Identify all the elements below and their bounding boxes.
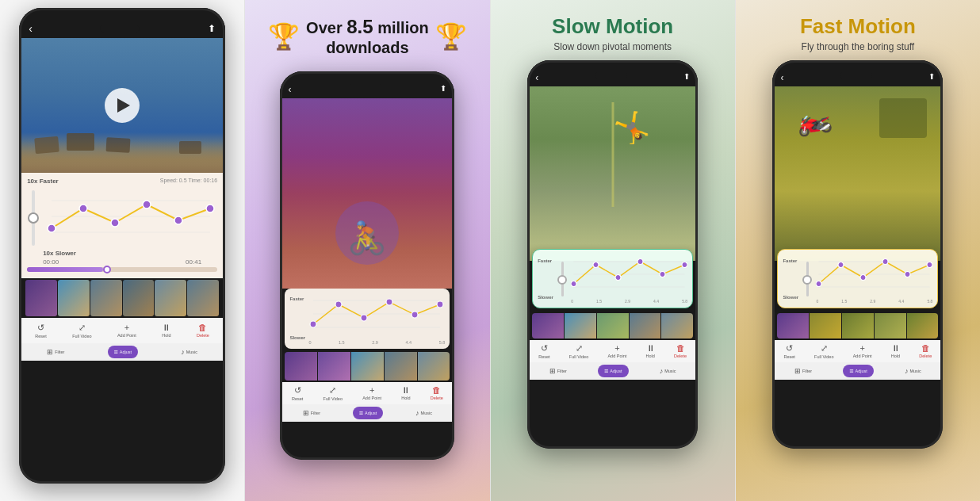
controls-bar: ↺ Reset ⤢ Full Video + Add Point ⏸ Hold …: [19, 318, 225, 343]
reset-4[interactable]: ↺Reset: [783, 343, 794, 359]
delete-4[interactable]: 🗑Delete: [919, 343, 932, 359]
svg-point-14: [361, 315, 367, 321]
speed-graph: [44, 193, 217, 240]
tab-music[interactable]: ♪ Music: [174, 346, 204, 358]
full-video-control[interactable]: ⤢ Full Video: [72, 323, 91, 338]
phone-mockup-4: ‹ ⬆ 🏍️ Faster Slower: [772, 60, 943, 449]
tab-adjust[interactable]: ≡ Adjust: [108, 346, 139, 358]
svg-point-34: [905, 272, 910, 277]
tab-music-2[interactable]: ♪Music: [409, 407, 438, 419]
back-icon-4[interactable]: ‹: [780, 72, 783, 83]
tab-filter-3[interactable]: ⊞Filter: [543, 365, 573, 377]
tab-bar-4: ⊞Filter ≡Adjust ♪Music: [772, 362, 943, 380]
notch: [100, 25, 140, 33]
graph-panel-2: Faster Slower: [285, 289, 450, 349]
graph-slower-2: Slower: [289, 335, 305, 340]
svg-point-7: [174, 216, 182, 224]
downloads-headline: Over 8.5 million: [306, 16, 429, 39]
svg-point-8: [206, 205, 214, 212]
tab-adjust-4[interactable]: ≡Adjust: [843, 365, 874, 377]
svg-point-26: [682, 262, 687, 268]
phone-mockup-2: ‹ ⬆ 🚴 Faster Slower: [280, 71, 454, 460]
add-point-control[interactable]: + Add Point: [117, 323, 136, 338]
hold-4[interactable]: ⏸Hold: [891, 343, 900, 359]
fast-motion-title: Fast Motion: [748, 14, 967, 39]
share-icon-2[interactable]: ⬆: [440, 84, 446, 95]
svg-point-12: [310, 321, 316, 327]
controls-bar-3: ↺Reset ⤢Full Video +Add Point ⏸Hold 🗑Del…: [527, 340, 698, 362]
svg-point-32: [860, 275, 866, 281]
delete-3[interactable]: 🗑Delete: [674, 343, 687, 359]
delete-2[interactable]: 🗑Delete: [431, 385, 443, 401]
hold-2[interactable]: ⏸Hold: [401, 385, 410, 401]
downloads-subtext: downloads: [306, 39, 429, 57]
panel-downloads: 🏆 Over 8.5 million downloads 🏆 ‹ ⬆: [245, 0, 489, 501]
svg-point-23: [615, 275, 621, 281]
slow-motion-subtitle: Slow down pivotal moments: [503, 41, 722, 52]
reset-2[interactable]: ↺Reset: [292, 385, 303, 401]
play-button[interactable]: [105, 88, 140, 123]
add-point-3[interactable]: +Add Point: [607, 343, 626, 359]
time-end: 00:41: [186, 258, 201, 266]
reset-3[interactable]: ↺Reset: [538, 343, 549, 359]
video-area-bike: 🚴: [280, 98, 454, 289]
svg-point-15: [386, 299, 392, 305]
svg-point-35: [927, 262, 932, 268]
speed-graph-3: [571, 254, 687, 295]
back-icon[interactable]: ‹: [29, 22, 33, 35]
controls-bar-2: ↺Reset ⤢Full Video +Add Point ⏸Hold 🗑Del…: [280, 382, 454, 404]
tab-bar-2: ⊞Filter ≡Adjust ♪Music: [280, 404, 454, 422]
full-video-2[interactable]: ⤢Full Video: [323, 385, 343, 401]
delete-control[interactable]: 🗑 Delete: [197, 323, 209, 338]
reset-control[interactable]: ↺ Reset: [35, 323, 46, 338]
award-container: 🏆 Over 8.5 million downloads 🏆: [258, 16, 477, 57]
fast-motion-subtitle: Fly through the boring stuff: [748, 41, 967, 52]
hold-3[interactable]: ⏸Hold: [646, 343, 655, 359]
video-area-fast: 🏍️: [772, 86, 943, 261]
tab-bar: ⊞ Filter ≡ Adjust ♪ Music: [19, 343, 225, 361]
svg-point-21: [571, 281, 576, 287]
panel-fast-motion: Fast Motion Fly through the boring stuff…: [736, 0, 980, 501]
add-point-2[interactable]: +Add Point: [362, 385, 381, 401]
svg-point-33: [882, 259, 888, 265]
laurel-left: 🏆: [268, 21, 300, 52]
video-area-jump: 🤸: [527, 86, 698, 261]
svg-point-17: [437, 301, 443, 308]
tab-music-4[interactable]: ♪Music: [898, 365, 928, 377]
video-area-surf: [19, 38, 225, 173]
svg-point-6: [143, 201, 151, 208]
time-start: 00:00: [43, 258, 59, 266]
laurel-right: 🏆: [435, 21, 467, 52]
panel-slow-motion: Slow Motion Slow down pivotal moments ‹ …: [491, 0, 735, 501]
tab-adjust-2[interactable]: ≡Adjust: [353, 407, 384, 419]
svg-point-24: [637, 259, 643, 265]
phone-mockup-3: ‹ ⬆ 🤸 Faster Slower: [527, 60, 698, 449]
share-icon-3[interactable]: ⬆: [683, 72, 690, 83]
tab-filter[interactable]: ⊞ Filter: [40, 346, 71, 358]
svg-point-22: [593, 262, 599, 268]
svg-point-31: [838, 262, 844, 268]
svg-point-25: [660, 272, 665, 277]
back-icon-3[interactable]: ‹: [535, 72, 538, 83]
tab-music-3[interactable]: ♪Music: [653, 365, 683, 377]
phone-mockup-1: ‹ ⬆ 10x Faster: [19, 8, 225, 484]
tab-bar-3: ⊞Filter ≡Adjust ♪Music: [527, 362, 698, 380]
tab-filter-2[interactable]: ⊞Filter: [297, 407, 327, 419]
svg-point-5: [111, 219, 119, 227]
panel-app-demo: ‹ ⬆ 10x Faster: [0, 0, 244, 501]
tab-adjust-3[interactable]: ≡Adjust: [598, 365, 629, 377]
speed-info: Speed: 0.5 Time: 00:16: [160, 178, 217, 185]
speed-label-slower: 10x Slower: [43, 250, 76, 257]
svg-point-4: [79, 205, 87, 212]
full-video-3[interactable]: ⤢Full Video: [569, 343, 588, 359]
tab-filter-4[interactable]: ⊞Filter: [788, 365, 818, 377]
back-icon-2[interactable]: ‹: [288, 84, 291, 95]
hold-control[interactable]: ⏸ Hold: [162, 323, 170, 338]
svg-point-16: [412, 312, 418, 318]
speed-label-faster: 10x Faster: [27, 178, 59, 185]
add-point-4[interactable]: +Add Point: [853, 343, 872, 359]
share-icon[interactable]: ⬆: [208, 23, 216, 34]
full-video-4[interactable]: ⤢Full Video: [814, 343, 833, 359]
share-icon-4[interactable]: ⬆: [928, 72, 935, 83]
svg-point-13: [335, 301, 342, 308]
